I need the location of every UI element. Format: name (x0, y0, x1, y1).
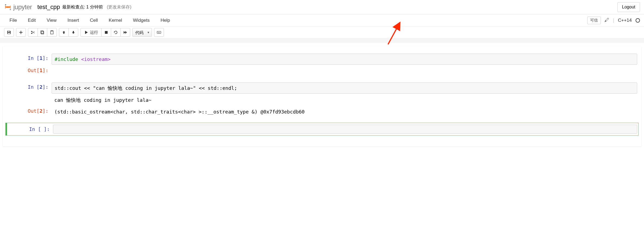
fast-forward-icon (123, 30, 127, 35)
code-cell-selected[interactable]: In [ ]: (5, 123, 639, 136)
code-cell[interactable]: In [2]: std::cout << "can 愉快地 coding in … (5, 81, 639, 119)
copy-button[interactable] (37, 28, 47, 37)
refresh-icon (114, 30, 118, 35)
copy-icon (40, 30, 45, 35)
command-palette-button[interactable] (154, 28, 164, 37)
pencil-icon[interactable] (603, 18, 611, 23)
stop-icon (104, 30, 108, 35)
menu-view[interactable]: View (41, 15, 62, 26)
svg-point-1 (10, 9, 11, 10)
stdout-prompt (7, 95, 52, 105)
svg-rect-11 (158, 33, 160, 33)
unsaved-indicator: (更改未保存) (107, 4, 132, 10)
restart-run-all-button[interactable] (120, 28, 130, 37)
input-prompt: In [2]: (7, 82, 52, 94)
menu-cell[interactable]: Cell (85, 15, 103, 26)
trusted-button[interactable]: 可信 (587, 17, 601, 24)
move-down-button[interactable] (68, 28, 78, 37)
jupyter-logo-icon (4, 3, 12, 11)
menu-edit[interactable]: Edit (22, 15, 41, 26)
menu-kernel[interactable]: Kernel (103, 15, 127, 26)
menu-file[interactable]: File (4, 15, 22, 26)
logo-text: jupyter (13, 3, 32, 11)
arrow-up-icon (62, 30, 66, 35)
header: jupyter test_cpp 最新检查点: 1 分钟前 (更改未保存) Lo… (0, 0, 644, 14)
code-input[interactable] (53, 125, 637, 134)
svg-point-9 (158, 32, 159, 32)
play-icon (84, 30, 88, 35)
input-prompt: In [1]: (7, 54, 52, 65)
output-prompt: Out[2]: (7, 106, 52, 117)
toolbar: 运行 代码 (0, 26, 644, 39)
checkpoint-status: 最新检查点: 1 分钟前 (62, 4, 103, 10)
code-input[interactable]: #include <iostream> (52, 54, 637, 65)
run-button[interactable]: 运行 (80, 28, 102, 37)
notebook-name[interactable]: test_cpp (37, 4, 60, 11)
code-cell[interactable]: In [1]: #include <iostream> Out[1]: (5, 52, 639, 77)
logout-button[interactable]: Logout (617, 2, 640, 12)
notebook-container: In [1]: #include <iostream> Out[1]: In [… (3, 46, 641, 146)
svg-point-0 (5, 4, 6, 5)
celltype-select[interactable]: 代码 (132, 28, 152, 37)
svg-point-10 (159, 32, 160, 32)
menu-widgets[interactable]: Widgets (127, 15, 155, 26)
code-input[interactable]: std::cout << "can 愉快地 coding in jupyter … (52, 82, 637, 94)
plus-icon (19, 30, 23, 35)
clipboard-icon (50, 30, 54, 35)
menu-help[interactable]: Help (155, 15, 176, 26)
stdout-output: can 愉快地 coding in jupyter lala~ (52, 95, 637, 105)
save-icon (7, 30, 11, 35)
input-prompt: In [ ]: (8, 125, 53, 134)
menu-insert[interactable]: Insert (62, 15, 85, 26)
run-label: 运行 (90, 30, 98, 35)
kernel-name[interactable]: C++14 (616, 18, 633, 23)
svg-point-8 (158, 32, 158, 32)
separator: | (613, 17, 614, 23)
arrow-down-icon (71, 30, 76, 35)
restart-button[interactable] (111, 28, 121, 37)
svg-rect-6 (105, 31, 108, 34)
scissors-icon (31, 30, 35, 35)
menubar: File Edit View Insert Cell Kernel Widget… (0, 14, 644, 26)
save-button[interactable] (4, 28, 14, 37)
move-up-button[interactable] (59, 28, 69, 37)
cut-button[interactable] (28, 28, 38, 37)
output-area (52, 66, 637, 75)
svg-rect-7 (157, 31, 161, 33)
logo[interactable]: jupyter (4, 3, 32, 11)
output-prompt: Out[1]: (7, 66, 52, 75)
keyboard-icon (157, 30, 161, 35)
interrupt-button[interactable] (101, 28, 111, 37)
paste-button[interactable] (47, 28, 57, 37)
kernel-idle-icon (636, 18, 640, 23)
svg-rect-5 (51, 30, 53, 31)
insert-cell-button[interactable] (16, 28, 26, 37)
output-area: (std::basic_ostream<char, std::char_trai… (52, 106, 637, 117)
